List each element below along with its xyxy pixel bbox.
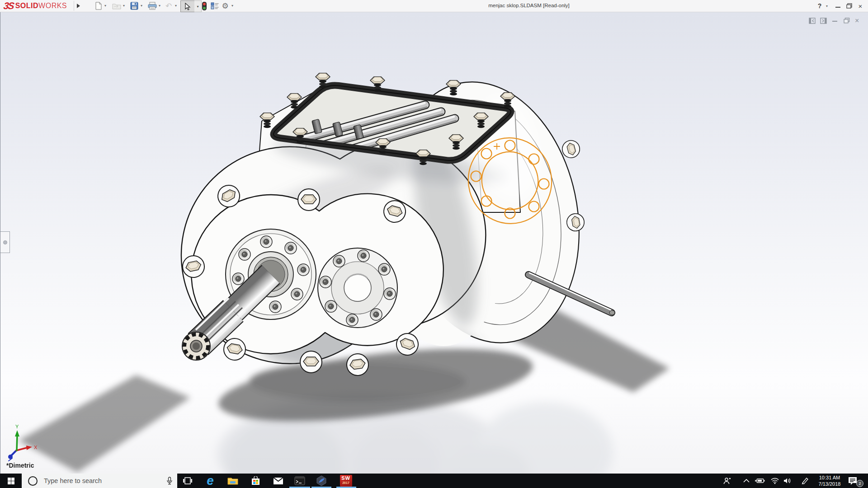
action-center-button[interactable]: 2 xyxy=(846,474,864,488)
display-states-button[interactable] xyxy=(199,1,209,11)
start-button[interactable] xyxy=(0,474,22,488)
mail-icon xyxy=(273,477,283,485)
graphics-area[interactable]: Y X × *Dimetric xyxy=(0,12,868,474)
help-dropdown[interactable]: ▾ xyxy=(826,5,830,8)
action-center-icon xyxy=(848,477,857,485)
document-title: menjac sklop.SLDASM [Read-only] xyxy=(461,3,597,8)
print-dropdown[interactable]: ▾ xyxy=(159,4,162,8)
socket-screw[interactable] xyxy=(260,236,272,248)
display-pane-icon xyxy=(211,2,219,9)
network-button[interactable] xyxy=(768,474,782,488)
wifi-icon xyxy=(771,478,779,484)
solidworks-app-button[interactable]: SW 2017 xyxy=(335,474,356,488)
undo-dropdown[interactable]: ▾ xyxy=(175,4,179,8)
toggle-right-pane-button[interactable] xyxy=(820,18,827,24)
doc-restore-icon xyxy=(844,18,850,23)
new-document-icon xyxy=(95,2,102,10)
command-prompt-icon xyxy=(294,476,305,485)
socket-screw[interactable] xyxy=(358,250,369,262)
hex-bolt[interactable] xyxy=(560,138,581,160)
app-close-button[interactable]: × xyxy=(856,0,865,12)
microphone-icon[interactable] xyxy=(166,477,173,485)
app-restore-button[interactable] xyxy=(844,0,854,12)
speaker-icon xyxy=(783,478,791,484)
tab-handle-dot xyxy=(3,240,7,244)
menu-flyout-button[interactable] xyxy=(74,1,82,11)
open-dropdown[interactable]: ▾ xyxy=(123,4,127,8)
toggle-left-pane-button[interactable] xyxy=(809,18,816,24)
command-prompt-button[interactable] xyxy=(289,474,310,488)
socket-screw[interactable] xyxy=(346,314,358,326)
new-document-button[interactable] xyxy=(94,1,104,11)
socket-screw[interactable] xyxy=(370,309,382,320)
store-icon xyxy=(251,476,260,485)
chevron-up-icon xyxy=(743,479,750,483)
undo-button[interactable]: ↶ xyxy=(164,1,174,11)
mail-button[interactable] xyxy=(268,474,288,488)
cortana-icon xyxy=(28,476,38,486)
socket-screw[interactable] xyxy=(291,288,303,300)
clock-date: 7/13/2018 xyxy=(814,481,845,487)
search-placeholder-text: Type here to search xyxy=(44,477,102,484)
pane-right-icon xyxy=(820,18,827,24)
save-button[interactable] xyxy=(129,1,139,11)
task-view-icon xyxy=(183,477,193,485)
app-minimize-button[interactable] xyxy=(834,0,842,12)
options-button[interactable]: ⚙ xyxy=(220,1,230,11)
clock-time: 10:31 AM xyxy=(814,474,845,481)
restore-icon xyxy=(846,3,852,9)
new-dropdown[interactable]: ▾ xyxy=(104,4,108,8)
battery-charging-icon xyxy=(755,478,765,483)
select-cursor-icon xyxy=(184,3,191,10)
windows-taskbar: Type here to search e SW 2017 xyxy=(0,474,868,488)
windows-ink-button[interactable] xyxy=(798,474,812,488)
print-button[interactable] xyxy=(147,1,157,11)
clock[interactable]: 10:31 AM 7/13/2018 xyxy=(814,474,845,487)
people-button[interactable] xyxy=(721,474,734,488)
hexagon-app-button[interactable] xyxy=(311,474,332,488)
socket-screw[interactable] xyxy=(325,300,337,312)
task-view-button[interactable] xyxy=(177,474,198,488)
triad-x-label: X xyxy=(34,445,38,450)
doc-restore-button[interactable] xyxy=(844,18,850,23)
flyout-arrow-icon xyxy=(77,4,80,8)
triad-y-label: Y xyxy=(15,424,19,429)
socket-screw[interactable] xyxy=(384,288,396,300)
solidworks-logo-mark: 3S xyxy=(3,0,14,11)
socket-screw[interactable] xyxy=(239,249,250,260)
doc-close-button[interactable]: × xyxy=(855,17,859,25)
display-pane-button[interactable] xyxy=(210,1,220,11)
socket-screw[interactable] xyxy=(320,276,331,288)
feature-tree-collapsed-tab[interactable] xyxy=(0,231,10,253)
socket-screw[interactable] xyxy=(269,301,281,313)
right-flange[interactable] xyxy=(318,248,397,328)
save-dropdown[interactable]: ▾ xyxy=(141,4,144,8)
battery-button[interactable] xyxy=(753,474,767,488)
traffic-light-icon xyxy=(202,2,207,10)
help-button[interactable]: ? xyxy=(816,0,824,12)
gear-icon: ⚙ xyxy=(222,1,228,11)
hex-bolt[interactable] xyxy=(298,189,320,211)
taskbar-search[interactable]: Type here to search xyxy=(22,474,177,488)
open-button[interactable] xyxy=(112,1,122,11)
solidworks-logo-text: SOLIDWORKS xyxy=(15,2,67,10)
volume-button[interactable] xyxy=(780,474,794,488)
options-dropdown[interactable]: ▾ xyxy=(231,4,235,8)
store-button[interactable] xyxy=(245,474,266,488)
model-scene: Y X xyxy=(0,12,868,474)
view-orientation-label: *Dimetric xyxy=(6,462,34,469)
edge-button[interactable]: e xyxy=(200,474,221,488)
file-explorer-icon xyxy=(227,477,238,485)
socket-screw[interactable] xyxy=(378,263,390,275)
open-icon xyxy=(112,2,121,9)
undo-icon: ↶ xyxy=(165,1,172,11)
socket-screw[interactable] xyxy=(333,255,345,267)
socket-screw[interactable] xyxy=(297,264,309,276)
select-tool-button[interactable] xyxy=(180,0,195,12)
tray-overflow-button[interactable] xyxy=(740,474,753,488)
doc-minimize-button[interactable] xyxy=(832,21,837,22)
socket-screw[interactable] xyxy=(232,273,244,285)
file-explorer-button[interactable] xyxy=(222,474,243,488)
hex-bolt[interactable] xyxy=(300,351,322,373)
socket-screw[interactable] xyxy=(285,242,297,254)
